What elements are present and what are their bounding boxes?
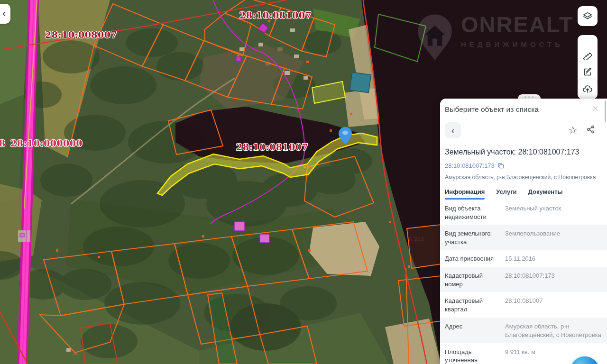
- cadastral-number-link[interactable]: 28:10:081007:173: [445, 162, 495, 169]
- info-row-value: 9 911 кв. м: [501, 347, 535, 356]
- copy-icon[interactable]: [497, 162, 505, 169]
- info-row-value: Земельный участок: [501, 203, 561, 213]
- cadastral-label: 28:10:008007: [45, 29, 117, 40]
- upload-button[interactable]: [578, 79, 598, 99]
- info-row: Адрес Амурская область, р-н Благовещенск…: [440, 318, 607, 343]
- info-row-label: Кадастровый номер: [445, 271, 501, 288]
- info-row-label: Дата присвоения: [445, 254, 501, 263]
- panel-back-button[interactable]: ‹: [445, 122, 461, 138]
- info-row-label: Адрес: [445, 321, 501, 331]
- teal-roof-building: [350, 72, 371, 92]
- info-row-value: 15.11.2016: [501, 254, 535, 263]
- info-row-label: Вид земельного участка: [445, 228, 501, 246]
- info-row: Кадастровый квартал 28:10:081007: [440, 292, 607, 317]
- tab-information[interactable]: Информация: [445, 188, 485, 200]
- info-row-label: Кадастровый квартал: [445, 296, 501, 313]
- info-row: Вид объекта недвижимости Земельный участ…: [440, 200, 607, 225]
- info-row: Вид земельного участка Землепользование: [440, 225, 607, 250]
- info-table: Вид объекта недвижимости Земельный участ…: [440, 200, 607, 364]
- info-row: Кадастровый номер 28:10:081007:173: [440, 267, 607, 292]
- layers-button[interactable]: [578, 6, 598, 26]
- ruler-icon[interactable]: [582, 50, 593, 60]
- object-title: Земельный участок: 28:10:081007:173: [445, 148, 602, 156]
- info-row-value: 28:10:081007:173: [501, 271, 555, 280]
- cadastral-map-app: 28:10:008007 28:10:081007 8 28:10:000000…: [0, 0, 607, 364]
- tab-services[interactable]: Услуги: [496, 188, 516, 200]
- tabs: Информация Услуги Документы: [445, 188, 602, 200]
- info-row-value: Амурская область, р-н Благовещенский, с …: [501, 321, 602, 339]
- cloud-upload-icon: [582, 83, 593, 95]
- cadastral-label: 8: [0, 138, 6, 148]
- cadastral-label: 28:10:081007: [236, 142, 308, 152]
- object-address: Амурская область, р-н Благовещенский, с …: [445, 174, 602, 181]
- tab-documents[interactable]: Документы: [528, 188, 563, 200]
- cadastral-label: 28:10:081007: [239, 10, 312, 20]
- close-icon[interactable]: ×: [592, 105, 598, 112]
- panel-header-title: Выберите объект из списка: [445, 105, 539, 114]
- info-row: Дата присвоения 15.11.2016: [440, 250, 607, 267]
- info-row-label: Вид объекта недвижимости: [445, 203, 501, 221]
- object-details-panel: Выберите объект из списка × ‹ ☆ Земельны…: [440, 99, 607, 364]
- panel-scrollbar[interactable]: [605, 100, 606, 122]
- favorite-star-icon[interactable]: ☆: [568, 124, 578, 136]
- cadastral-label: 28:10:000000: [10, 138, 83, 148]
- share-icon[interactable]: [586, 125, 596, 136]
- info-row-label: Площадь уточненная: [445, 347, 501, 364]
- info-row-value: Землепользование: [501, 228, 560, 238]
- map-back-button[interactable]: ‹: [0, 4, 10, 24]
- layers-icon: [582, 11, 593, 21]
- info-row-value: 28:10:081007: [501, 296, 543, 305]
- edit-icon[interactable]: [582, 67, 593, 77]
